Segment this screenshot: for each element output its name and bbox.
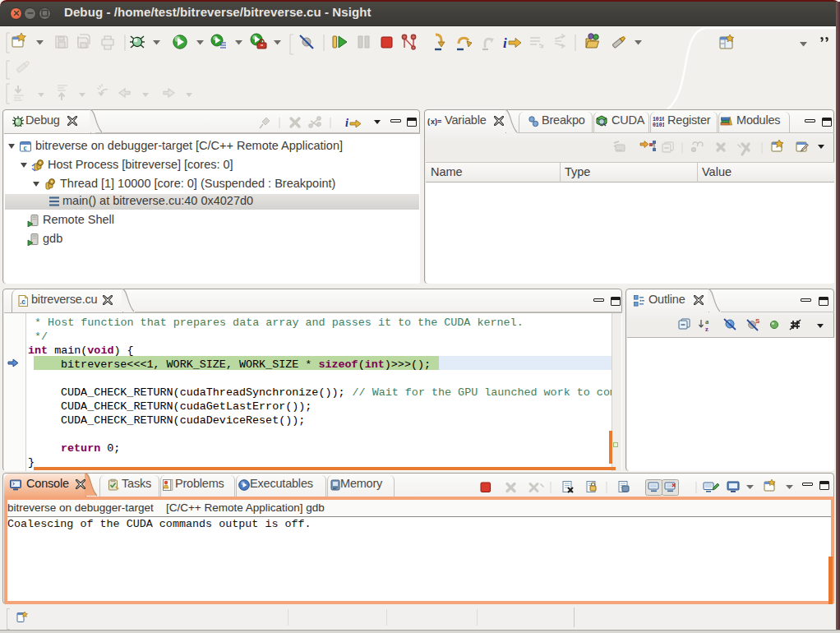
svg-text:)=: )= — [435, 118, 441, 126]
svg-text:i: i — [345, 117, 348, 129]
svg-text:i: i — [503, 35, 507, 51]
svg-text:.c: .c — [20, 298, 25, 306]
svg-text:1010: 1010 — [653, 117, 664, 122]
svg-text:z: z — [705, 325, 708, 333]
svg-text:c: c — [24, 144, 27, 152]
svg-text:0101: 0101 — [653, 122, 664, 128]
svg-text:S: S — [755, 317, 760, 325]
svg-text:...: ... — [616, 148, 622, 151]
svg-text:(: ( — [427, 118, 430, 126]
